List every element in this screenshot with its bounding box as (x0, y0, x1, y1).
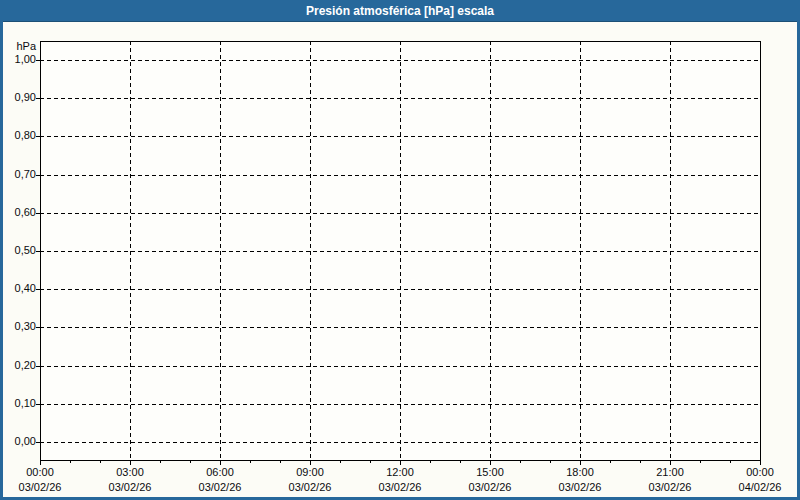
x-tick-time-label: 21:00 (634, 466, 706, 479)
x-tick-date-label: 03/02/26 (454, 481, 526, 494)
x-tick-time-label: 06:00 (184, 466, 256, 479)
x-tick-date-label: 03/02/26 (634, 481, 706, 494)
plot-grid (0, 0, 800, 500)
y-axis-unit-label: hPa (0, 40, 36, 53)
y-tick-label: 0,90 (0, 91, 36, 104)
chart-window: Presión atmosférica [hPa] escala hPa 1,0… (0, 0, 800, 500)
x-tick-date-label: 03/02/26 (184, 481, 256, 494)
x-tick-date-label: 03/02/26 (544, 481, 616, 494)
y-tick-label: 0,20 (0, 359, 36, 372)
x-tick-date-label: 03/02/26 (364, 481, 436, 494)
x-tick-time-label: 09:00 (274, 466, 346, 479)
y-tick-label: 0,50 (0, 244, 36, 257)
x-tick-time-label: 00:00 (724, 466, 796, 479)
y-tick-label: 0,70 (0, 168, 36, 181)
x-tick-time-label: 12:00 (364, 466, 436, 479)
y-tick-label: 1,00 (0, 53, 36, 66)
x-tick-time-label: 18:00 (544, 466, 616, 479)
y-tick-label: 0,30 (0, 320, 36, 333)
x-tick-date-label: 03/02/26 (4, 481, 76, 494)
y-tick-label: 0,40 (0, 282, 36, 295)
x-tick-date-label: 03/02/26 (274, 481, 346, 494)
y-tick-label: 0,10 (0, 397, 36, 410)
x-tick-date-label: 04/02/26 (724, 481, 796, 494)
x-tick-time-label: 00:00 (4, 466, 76, 479)
y-tick-label: 0,80 (0, 129, 36, 142)
x-tick-time-label: 15:00 (454, 466, 526, 479)
y-tick-label: 0,60 (0, 206, 36, 219)
y-tick-label: 0,00 (0, 435, 36, 448)
x-tick-date-label: 03/02/26 (94, 481, 166, 494)
window-border-left (0, 21, 3, 500)
x-tick-time-label: 03:00 (94, 466, 166, 479)
